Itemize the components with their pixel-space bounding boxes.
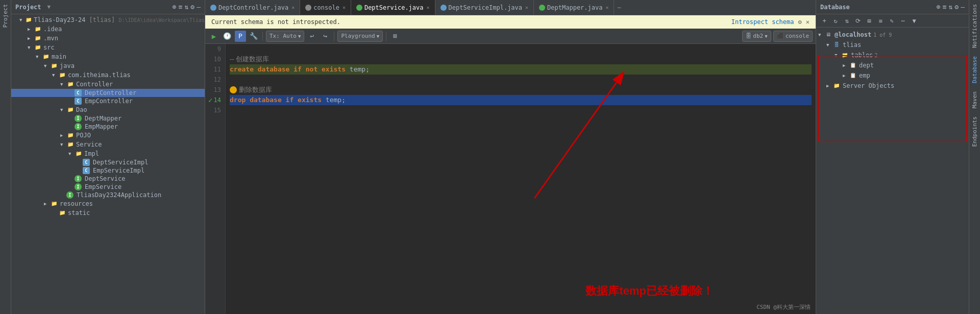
introspect-link[interactable]: Introspect schema xyxy=(731,18,794,26)
db-icon-5[interactable]: — xyxy=(961,3,965,11)
tab-deptserviceimpl[interactable]: DeptServiceImpl.java ✕ xyxy=(435,0,534,15)
tree-item-deptcontroller[interactable]: C DeptController xyxy=(11,89,205,97)
sidebar-icon-3[interactable]: ⇅ xyxy=(185,3,189,11)
run-button[interactable]: ▶ xyxy=(208,31,219,42)
right-tab-endpoints[interactable]: Endpoints xyxy=(969,112,980,151)
db-icon-3[interactable]: ⇅ xyxy=(949,3,953,11)
tree-item-empcontroller[interactable]: C EmpController xyxy=(11,97,205,105)
tree-arrow: ▼ xyxy=(60,107,66,112)
tree-item-com[interactable]: ▼ 📁 com.itheima.tlias xyxy=(11,70,205,80)
folder-icon: 📁 xyxy=(75,150,83,158)
tree-item-main[interactable]: ▼ 📁 main xyxy=(11,52,205,61)
right-tab-database[interactable]: Database xyxy=(969,52,980,87)
db-more-btn[interactable]: ⋯ xyxy=(898,16,908,26)
tree-item-mvn[interactable]: ▶ 📁 .mvn xyxy=(11,34,205,43)
db-tlias-label: tlias xyxy=(843,41,861,49)
tab-console[interactable]: console ✕ xyxy=(300,0,351,15)
warning-close-icon[interactable]: ✕ xyxy=(806,18,810,26)
db-filter-btn[interactable]: ⇅ xyxy=(842,16,852,26)
db-localhost-label: @localhost xyxy=(835,31,871,38)
project-tab[interactable]: Project xyxy=(0,0,11,32)
tab-close-console[interactable]: ✕ xyxy=(342,5,346,10)
folder-icon: 📁 xyxy=(58,71,66,79)
grid-button[interactable]: ⊞ xyxy=(389,31,401,42)
db-icon-1[interactable]: ⊕ xyxy=(937,3,941,11)
sidebar-header-icons: ⊕ ≡ ⇅ ⚙ — xyxy=(173,3,201,11)
db2-button[interactable]: 🗄 db2 ▼ xyxy=(742,31,771,42)
tx-auto-dropdown[interactable]: Tx: Auto ▼ xyxy=(266,31,304,42)
db-icon-4[interactable]: ⚙ xyxy=(954,3,959,11)
tree-label: EmpServiceImpl xyxy=(93,167,144,174)
tab-icon-deptmapper xyxy=(539,5,545,11)
db-col-btn[interactable]: ≡ xyxy=(875,16,886,26)
tree-item-src[interactable]: ▼ 📁 src xyxy=(11,43,205,52)
db-sync-btn[interactable]: ⟳ xyxy=(853,16,863,26)
tab-close-deptservice[interactable]: ✕ xyxy=(427,5,430,10)
tree-item-impl[interactable]: ▼ 📁 Impl xyxy=(11,149,205,158)
tree-item-static[interactable]: 📁 static xyxy=(11,208,205,218)
playground-dropdown[interactable]: Playground ▼ xyxy=(337,31,383,42)
tree-item-java[interactable]: ▼ 📁 java xyxy=(11,61,205,70)
db-tree-item-emp[interactable]: ▶ 📋 emp xyxy=(816,70,969,81)
tab-deptmapper[interactable]: DeptMapper.java ✕ xyxy=(534,0,614,15)
warning-actions: Introspect schema ⚙ ✕ xyxy=(731,18,810,26)
db-refresh-btn[interactable]: ↻ xyxy=(830,16,841,26)
db-tree-item-tables[interactable]: ▼ 📁 tables 2 xyxy=(816,50,969,60)
tree-label: EmpService xyxy=(85,183,121,190)
format-button[interactable]: 🔧 xyxy=(248,31,259,42)
playground-dropdown-arrow: ▼ xyxy=(377,34,379,39)
db-icon-2[interactable]: ≡ xyxy=(943,3,947,11)
pin-button[interactable]: P xyxy=(235,31,246,42)
editor-lines[interactable]: -- 创建数据库 create database if not exists t… xyxy=(226,44,816,314)
tree-item-empservice[interactable]: I EmpService xyxy=(11,183,205,191)
tab-close-deptserviceimpl[interactable]: ✕ xyxy=(525,5,528,10)
tree-item-resources[interactable]: ▶ 📁 resources xyxy=(11,199,205,208)
tree-item-service[interactable]: ▼ 📁 Service xyxy=(11,140,205,149)
tree-item-empserviceimpl[interactable]: C EmpServiceImpl xyxy=(11,166,205,175)
db-tree-item-localhost[interactable]: ▼ 🖥 @localhost 1 of 9 xyxy=(816,30,969,40)
sidebar-icon-4[interactable]: ⚙ xyxy=(190,3,194,11)
right-tab-maven[interactable]: Maven xyxy=(969,87,980,112)
tree-item-controller[interactable]: ▼ 📁 Controller xyxy=(11,80,205,89)
tab-close-deptmapper[interactable]: ✕ xyxy=(605,5,608,10)
redo-button[interactable]: ↪ xyxy=(320,31,331,42)
db-funnel-btn[interactable]: ▼ xyxy=(909,16,919,26)
tree-item-deptservice[interactable]: I DeptService xyxy=(11,175,205,183)
history-button[interactable]: 🕐 xyxy=(222,31,233,42)
console-button[interactable]: ⬛ console xyxy=(773,31,813,42)
code-line-14: drop database if exists temp; xyxy=(230,95,812,105)
tree-item-tliasapp[interactable]: I TliasDay2324Application xyxy=(11,191,205,199)
tree-item-empmapper[interactable]: I EmpMapper xyxy=(11,123,205,131)
line-numbers: 9 10 11 12 13 ✓14 15 xyxy=(205,44,226,314)
tree-item-root[interactable]: ▼ 📁 Tlias-Day23-24 [tlias] D:\IDEA\idea\… xyxy=(11,15,205,25)
project-dropdown-arrow[interactable]: ▼ xyxy=(47,4,51,10)
tree-item-dao[interactable]: ▼ 📁 Dao xyxy=(11,105,205,114)
tab-deptcontroller[interactable]: DeptController.java ✕ xyxy=(205,0,300,15)
tree-item-deptserviceimpl[interactable]: C DeptServiceImpl xyxy=(11,158,205,166)
project-sidebar: Project ▼ ⊕ ≡ ⇅ ⚙ — ▼ 📁 Tlias-Day23-24 [… xyxy=(11,0,205,314)
db-localhost-count: 1 of 9 xyxy=(873,32,892,38)
sidebar-icon-1[interactable]: ⊕ xyxy=(173,3,177,11)
db-tree-item-tlias[interactable]: ▼ 🗄 tlias xyxy=(816,40,969,50)
tree-arrow: ▼ xyxy=(36,54,42,59)
db-edit-btn[interactable]: ✎ xyxy=(887,16,897,26)
folder-icon: 📁 xyxy=(34,25,42,33)
tree-arrow: ▼ xyxy=(28,45,34,50)
right-tab-notifications[interactable]: Notifications xyxy=(969,0,980,52)
tab-close-deptcontroller[interactable]: ✕ xyxy=(291,5,295,10)
db-tree-item-serverobjects[interactable]: ▶ 📁 Server Objects xyxy=(816,81,969,91)
db-table-btn[interactable]: ⊞ xyxy=(864,16,874,26)
undo-button[interactable]: ↩ xyxy=(306,31,317,42)
tab-deptservice[interactable]: DeptService.java ✕ xyxy=(351,0,435,15)
sidebar-icon-2[interactable]: ≡ xyxy=(179,3,183,11)
class-icon: C xyxy=(83,167,90,174)
db-add-btn[interactable]: + xyxy=(819,16,829,26)
tree-item-deptmapper[interactable]: I DeptMapper xyxy=(11,114,205,123)
tree-item-pojo[interactable]: ▶ 📁 POJO xyxy=(11,131,205,140)
sidebar-icon-5[interactable]: — xyxy=(197,3,201,11)
db-tree-item-dept[interactable]: ▶ 📋 dept xyxy=(816,60,969,70)
tree-item-idea[interactable]: ▶ 📁 .idea xyxy=(11,25,205,34)
tx-dropdown-arrow: ▼ xyxy=(298,34,301,39)
warning-settings-icon[interactable]: ⚙ xyxy=(798,18,802,26)
tab-more-button[interactable]: ⋯ xyxy=(614,4,624,11)
